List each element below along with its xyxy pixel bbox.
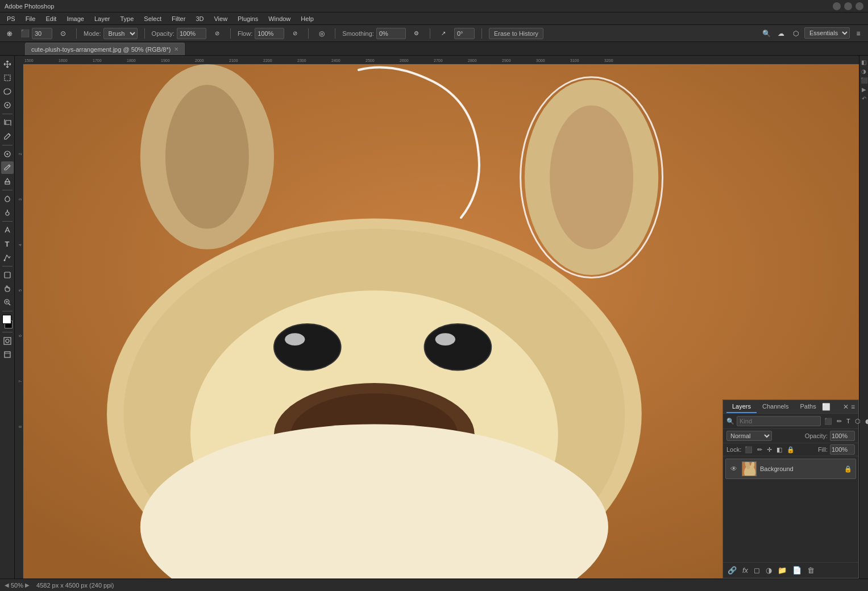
doc-tab-close[interactable]: ✕: [174, 46, 178, 52]
flow-pressure-btn[interactable]: ⊘: [289, 27, 301, 40]
move-tool[interactable]: [1, 58, 14, 70]
link-layers-btn[interactable]: 🔗: [726, 565, 738, 576]
search-btn[interactable]: 🔍: [760, 27, 773, 40]
foreground-color[interactable]: [1, 314, 14, 330]
menu-help[interactable]: Help: [296, 14, 318, 23]
opacity-input[interactable]: [177, 28, 206, 39]
add-mask-btn[interactable]: ◻: [753, 565, 761, 576]
lasso-tool[interactable]: [1, 85, 14, 98]
layer-filter-shape[interactable]: ⬡: [854, 417, 862, 426]
panel-close-btn[interactable]: ✕: [843, 403, 849, 411]
lock-pixels-btn[interactable]: ⬛: [744, 446, 754, 454]
hand-tool[interactable]: [1, 282, 14, 295]
svg-rect-37: [15, 64, 23, 578]
menu-filter[interactable]: Filter: [167, 14, 190, 23]
menu-window[interactable]: Window: [264, 14, 295, 23]
layer-filter-smart[interactable]: ◐: [864, 417, 868, 426]
menu-plugins[interactable]: Plugins: [233, 14, 263, 23]
libraries-btn[interactable]: ⬛: [860, 76, 868, 84]
dodge-tool[interactable]: [1, 206, 14, 219]
panel-menu-icon[interactable]: ≡: [851, 403, 855, 411]
layer-filter-adjustment[interactable]: ✏: [836, 417, 843, 426]
delete-layer-btn[interactable]: 🗑: [806, 565, 816, 576]
history-btn[interactable]: ↶: [860, 94, 868, 102]
menu-select[interactable]: Select: [139, 14, 166, 23]
menu-image[interactable]: Image: [62, 14, 89, 23]
layer-filter-text[interactable]: T: [845, 417, 852, 425]
fx-btn[interactable]: fx: [741, 565, 749, 576]
doc-tab[interactable]: cute-plush-toys-arrangement.jpg @ 50% (R…: [25, 43, 185, 55]
panel-toggle-btn[interactable]: ≡: [852, 27, 865, 40]
smoothing-input[interactable]: [376, 28, 406, 39]
menu-3d[interactable]: 3D: [191, 14, 208, 23]
layer-fill-input[interactable]: [830, 444, 855, 455]
quick-mask-btn[interactable]: [1, 335, 14, 347]
shape-tool[interactable]: [1, 269, 14, 281]
tab-paths[interactable]: Paths: [795, 401, 822, 413]
minimize-btn[interactable]: —: [833, 2, 841, 10]
opacity-pressure-btn[interactable]: ⊘: [211, 27, 223, 40]
brush-size-input[interactable]: [32, 28, 52, 39]
airbrush-btn[interactable]: ◎: [315, 27, 328, 40]
lock-position-btn[interactable]: ✛: [766, 446, 773, 454]
workspace-select[interactable]: Essentials: [804, 27, 850, 39]
tab-channels[interactable]: Channels: [757, 401, 794, 413]
layers-search-input[interactable]: [737, 416, 821, 426]
pen-tool[interactable]: [1, 224, 14, 236]
blur-tool[interactable]: [1, 193, 14, 205]
close-btn[interactable]: ✕: [855, 2, 863, 10]
learn-btn[interactable]: ▶: [860, 85, 868, 93]
menu-type[interactable]: Type: [116, 14, 139, 23]
smoothing-settings-btn[interactable]: ⚙: [410, 27, 423, 40]
share-btn[interactable]: ☁: [775, 27, 787, 40]
crop-tool[interactable]: [1, 116, 14, 129]
menu-edit[interactable]: Edit: [41, 14, 61, 23]
brush-settings-btn[interactable]: ⊙: [57, 27, 69, 40]
menu-file[interactable]: File: [21, 14, 40, 23]
menu-view[interactable]: View: [209, 14, 232, 23]
erase-history-btn[interactable]: Erase to History: [489, 28, 543, 39]
quick-select-tool[interactable]: [1, 99, 14, 111]
zoom-tool[interactable]: [1, 296, 14, 309]
mode-select[interactable]: Brush Pencil Block: [103, 28, 138, 39]
status-nav-next[interactable]: ▶: [25, 582, 30, 588]
tab-layers[interactable]: Layers: [726, 401, 757, 413]
status-nav: ◀ 50% ▶: [5, 582, 30, 589]
layer-visibility-eye[interactable]: 👁: [729, 464, 738, 473]
layer-item-background[interactable]: 👁 Background 🔒: [725, 459, 856, 479]
adjustment-btn[interactable]: ◑: [765, 565, 773, 576]
svg-text:2: 2: [18, 153, 22, 155]
properties-btn[interactable]: ◧: [860, 58, 868, 66]
lock-paint-btn[interactable]: ✏: [756, 446, 763, 454]
flow-input[interactable]: [255, 28, 284, 39]
text-tool[interactable]: T: [1, 238, 14, 250]
svg-text:2600: 2600: [400, 59, 409, 63]
marquee-tool[interactable]: [1, 72, 14, 84]
new-layer-btn[interactable]: 📄: [791, 565, 803, 576]
current-tool-icon[interactable]: ⎈: [3, 27, 16, 40]
status-nav-prev[interactable]: ◀: [5, 582, 9, 588]
screen-mode-btn[interactable]: [1, 348, 14, 361]
adjustments-btn[interactable]: ◑: [860, 67, 868, 75]
lock-all-btn[interactable]: 🔒: [786, 446, 796, 454]
flow-group: Flow:: [238, 28, 284, 39]
group-btn[interactable]: 📁: [776, 565, 788, 576]
clone-tool[interactable]: [1, 175, 14, 188]
extra-btn[interactable]: ⬡: [790, 27, 802, 40]
angle-icon-btn[interactable]: ↗: [437, 27, 450, 40]
layer-opacity-input[interactable]: [830, 431, 855, 441]
path-select-tool[interactable]: [1, 251, 14, 264]
lock-artboards-btn[interactable]: ◧: [775, 446, 783, 454]
eyedropper-tool[interactable]: [1, 130, 14, 143]
maximize-btn[interactable]: □: [844, 2, 852, 10]
menu-layer[interactable]: Layer: [90, 14, 115, 23]
panel-minimize-btn[interactable]: ⬜: [822, 403, 830, 411]
blend-mode-select[interactable]: Normal Multiply Screen Overlay: [726, 431, 772, 441]
menu-ps[interactable]: PS: [2, 14, 20, 23]
layer-filter-pixel[interactable]: ⬛: [823, 417, 833, 426]
heal-tool[interactable]: [1, 148, 14, 160]
svg-text:3: 3: [18, 198, 22, 201]
svg-point-53: [550, 105, 633, 249]
brush-tool[interactable]: [1, 161, 14, 174]
angle-input[interactable]: [454, 28, 475, 39]
